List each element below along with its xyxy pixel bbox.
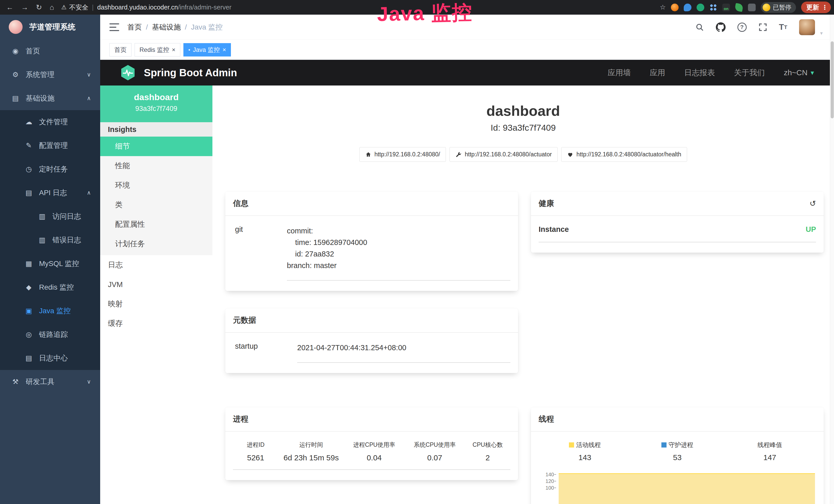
sidebar-item-label: 文件管理 xyxy=(39,117,68,127)
avatar-caret-icon[interactable]: ▾ xyxy=(820,30,823,36)
sidebar-item-file-management[interactable]: ☁ 文件管理 xyxy=(0,110,100,134)
sba-nav-journal[interactable]: 日志报表 xyxy=(684,68,715,78)
sba-header: Spring Boot Admin 应用墙 应用 日志报表 关于我们 zh~CN… xyxy=(100,60,834,86)
sba-nav-applications[interactable]: 应用 xyxy=(650,68,665,78)
extension-grid-icon[interactable] xyxy=(709,4,717,11)
locale-select[interactable]: zh~CN ▾ xyxy=(784,68,814,77)
sba-nav-wallboard[interactable]: 应用墙 xyxy=(608,68,631,78)
app-logo[interactable]: 芋道管理系统 xyxy=(0,15,100,39)
breadcrumb-home[interactable]: 首页 xyxy=(127,22,142,32)
health-url-link[interactable]: http://192.168.0.2:48080/actuator/health xyxy=(561,147,687,162)
sidebar-item-label: 系统管理 xyxy=(26,70,54,79)
extensions-puzzle-icon[interactable] xyxy=(748,4,756,11)
instance-links: http://192.168.0.2:48080/ http://192.168… xyxy=(213,147,834,162)
sidebar-item-log-center[interactable]: ▤ 日志中心 xyxy=(0,346,100,370)
home-icon xyxy=(365,152,371,158)
sidebar-item-label: Java 监控 xyxy=(39,306,71,316)
instance-box[interactable]: dashboard 93a3fc7f7409 xyxy=(100,86,213,122)
sba-menu-loggers[interactable]: 日志 xyxy=(100,255,213,275)
sidebar-item-scheduled-tasks[interactable]: ◷ 定时任务 xyxy=(0,157,100,181)
sidebar-item-java-monitor[interactable]: ▣ Java 监控 xyxy=(0,299,100,323)
close-icon[interactable]: × xyxy=(222,47,226,53)
sba-menu-scheduled-tasks[interactable]: 计划任务 xyxy=(100,234,213,254)
extension-leaf-icon[interactable] xyxy=(734,3,744,12)
sidebar-item-dev-tools[interactable]: ⚒ 研发工具 ∨ xyxy=(0,370,100,394)
bookmark-star-icon[interactable]: ☆ xyxy=(660,3,666,11)
emoji-face-icon xyxy=(763,4,770,11)
instance-id: 93a3fc7f7409 xyxy=(100,105,213,113)
search-icon[interactable] xyxy=(695,23,704,31)
tab-home[interactable]: 首页 xyxy=(109,43,132,56)
process-value-proc-cpu: 0.04 xyxy=(344,453,404,462)
spring-boot-admin-logo-icon[interactable] xyxy=(120,65,136,81)
sba-menu-mappings[interactable]: 映射 xyxy=(100,294,213,314)
health-instance-label[interactable]: Instance xyxy=(539,225,569,234)
sidebar-item-mysql-monitor[interactable]: ▦ MySQL 监控 xyxy=(0,252,100,275)
sidebar-item-redis-monitor[interactable]: ◆ Redis 监控 xyxy=(0,275,100,299)
extension-on-badge-icon[interactable]: on xyxy=(722,4,730,11)
sba-title[interactable]: Spring Boot Admin xyxy=(144,67,237,78)
sidebar-item-api-logs[interactable]: ▤ API 日志 ∧ xyxy=(0,181,100,205)
home-icon[interactable]: ⌂ xyxy=(49,3,54,12)
sba-menu-config-props[interactable]: 配置属性 xyxy=(100,215,213,234)
sba-menu-metrics[interactable]: 性能 xyxy=(100,156,213,176)
service-url-link[interactable]: http://192.168.0.2:48080/ xyxy=(359,147,446,162)
hamburger-icon[interactable] xyxy=(109,23,119,31)
close-icon[interactable]: × xyxy=(172,47,175,53)
sidebar-item-label: 链路追踪 xyxy=(39,330,68,339)
avatar[interactable] xyxy=(799,19,815,35)
extension-circle-icon[interactable] xyxy=(697,4,704,11)
breadcrumb-current: Java 监控 xyxy=(191,22,223,32)
sba-menu-caches[interactable]: 缓存 xyxy=(100,314,213,333)
breadcrumb-infrastructure[interactable]: 基础设施 xyxy=(152,22,181,32)
sidebar-item-error-logs[interactable]: ▥ 错误日志 xyxy=(0,228,100,252)
heartbeat-icon xyxy=(567,152,573,158)
sidebar-item-label: MySQL 监控 xyxy=(39,259,79,269)
app-title: 芋道管理系统 xyxy=(29,22,75,32)
extension-drop-icon[interactable] xyxy=(684,4,692,11)
sba-menu-environment[interactable]: 环境 xyxy=(100,176,213,195)
process-header-uptime: 运行时间 xyxy=(279,441,344,449)
sidebar-item-tracing[interactable]: ◎ 链路追踪 xyxy=(0,323,100,346)
sidebar-item-access-logs[interactable]: ▥ 访问日志 xyxy=(0,205,100,228)
github-icon[interactable] xyxy=(716,22,726,32)
forward-icon[interactable]: → xyxy=(21,3,28,12)
font-size-large-glyph: T xyxy=(779,22,784,32)
health-card-title: 健康 xyxy=(539,198,554,209)
sidebar-item-label: 首页 xyxy=(26,46,40,56)
active-threads-value: 143 xyxy=(539,453,631,462)
scrollbar[interactable] xyxy=(830,15,834,504)
redis-icon: ◆ xyxy=(24,283,34,292)
sba-menu-jvm[interactable]: JVM xyxy=(100,275,213,294)
process-header-proc-cpu: 进程CPU使用率 xyxy=(344,441,404,449)
extension-fox-icon[interactable] xyxy=(671,4,679,11)
reload-icon[interactable]: ↻ xyxy=(36,3,42,12)
page-title: dashboard xyxy=(213,102,834,119)
threads-chart-plot xyxy=(559,471,816,504)
sba-menu-classes[interactable]: 类 xyxy=(100,195,213,215)
threads-card-title: 线程 xyxy=(539,414,554,425)
paused-badge[interactable]: 已暂停 xyxy=(761,2,796,13)
back-icon[interactable]: ← xyxy=(6,3,13,12)
help-icon[interactable]: ? xyxy=(738,23,747,32)
actuator-url-link[interactable]: http://192.168.0.2:48080/actuator xyxy=(449,147,557,162)
sidebar-item-config-management[interactable]: ✎ 配置管理 xyxy=(0,134,100,157)
process-table-values: 5261 6d 23h 15m 59s 0.04 0.07 2 xyxy=(233,453,510,470)
sidebar-item-home[interactable]: ◉ 首页 xyxy=(0,39,100,63)
java-monitor-icon: ▣ xyxy=(24,307,34,315)
tab-redis-monitor[interactable]: Redis 监控 × xyxy=(135,43,180,56)
sba-nav-about[interactable]: 关于我们 xyxy=(734,68,765,78)
scrollbar-thumb[interactable] xyxy=(831,41,834,118)
tab-java-monitor[interactable]: ● Java 监控 × xyxy=(183,43,231,56)
history-icon[interactable]: ↺ xyxy=(810,199,816,208)
security-label: 不安全 xyxy=(69,3,88,12)
font-size-icon[interactable]: TT xyxy=(779,22,787,32)
update-button[interactable]: 更新 ⋮ xyxy=(801,2,831,13)
sidebar-item-infrastructure[interactable]: ▤ 基础设施 ∧ xyxy=(0,87,100,110)
info-card-title: 信息 xyxy=(233,198,248,209)
screen: ← → ↻ ⌂ ⚠ 不安全 | dashboard.yudao.iocoder.… xyxy=(0,0,834,504)
sba-menu-details[interactable]: 细节 xyxy=(100,137,213,156)
address-bar[interactable]: ⚠ 不安全 | dashboard.yudao.iocoder.cn /infr… xyxy=(61,3,232,12)
fullscreen-icon[interactable] xyxy=(759,23,767,31)
sidebar-item-system[interactable]: ⚙ 系统管理 ∨ xyxy=(0,63,100,87)
